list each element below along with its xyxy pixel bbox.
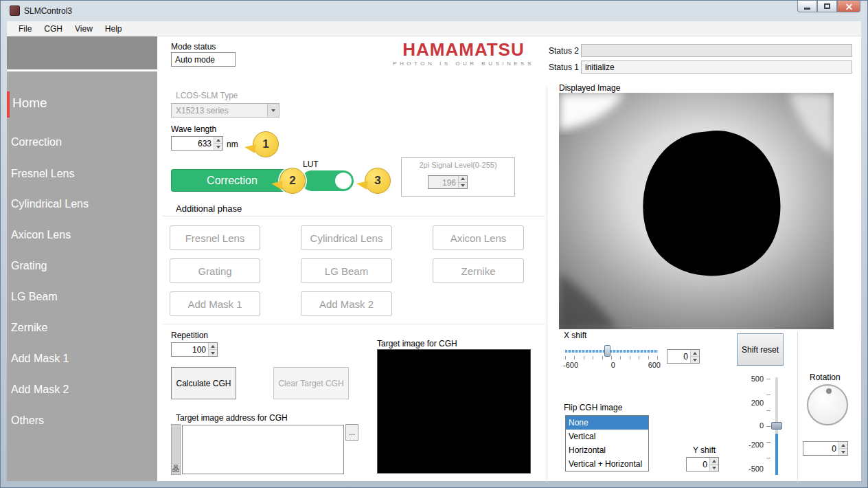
- target-image-label: Target image for CGH: [377, 339, 457, 348]
- address-tool-strip[interactable]: [171, 424, 181, 475]
- lcos-slm-type-value: X15213 series: [172, 104, 267, 117]
- menu-help[interactable]: Help: [99, 21, 128, 36]
- rotation-knob-indicator: [826, 388, 832, 394]
- lut-label: LUT: [303, 159, 319, 169]
- toggle-knob: [335, 173, 352, 189]
- wavelength-up-button[interactable]: [214, 137, 222, 143]
- lg-beam-button[interactable]: LG Beam: [301, 258, 392, 283]
- lut-toggle[interactable]: [301, 170, 354, 191]
- menu-view[interactable]: View: [69, 21, 99, 36]
- wavelength-unit-label: nm: [227, 140, 238, 149]
- signal-level-value: 196: [429, 176, 458, 188]
- wavelength-spinner[interactable]: 633: [171, 136, 223, 151]
- sidebar-item-others[interactable]: Others: [11, 414, 44, 427]
- flip-option-horizontal[interactable]: Horizontal: [566, 443, 648, 457]
- target-address-input[interactable]: [182, 425, 344, 474]
- rotation-input[interactable]: 0: [803, 442, 838, 455]
- up-arrow-icon: [461, 177, 465, 180]
- cylindrical-lens-button[interactable]: Cylindrical Lens: [301, 225, 392, 250]
- down-arrow-icon: [461, 184, 465, 187]
- down-arrow-icon: [211, 352, 215, 355]
- x-shift-input[interactable]: 0: [667, 350, 690, 363]
- up-arrow-icon: [712, 460, 716, 463]
- menu-file[interactable]: File: [12, 21, 38, 36]
- zernike-button[interactable]: Zernike: [433, 258, 524, 283]
- minimize-button[interactable]: [797, 1, 817, 12]
- maximize-button[interactable]: [817, 1, 837, 12]
- lcos-slm-type-label: LCOS-SLM Type: [176, 91, 238, 100]
- y-shift-spinner[interactable]: 0: [686, 457, 719, 472]
- menu-cgh[interactable]: CGH: [38, 21, 69, 36]
- x-shift-spinner[interactable]: 0: [667, 349, 700, 364]
- rotation-spinner[interactable]: 0: [803, 441, 848, 456]
- sidebar-item-zernike[interactable]: Zernike: [11, 322, 47, 334]
- x-shift-label: X shift: [564, 331, 586, 340]
- y-shift-label: Y shift: [693, 445, 716, 455]
- grating-button[interactable]: Grating: [170, 258, 260, 283]
- rotation-up-button[interactable]: [839, 442, 847, 448]
- dropdown-button[interactable]: [267, 104, 279, 117]
- y-scale-neg200: -200: [743, 441, 764, 449]
- add-mask-2-button[interactable]: Add Mask 2: [301, 291, 392, 316]
- status1-field: initialize: [581, 60, 852, 74]
- minimize-icon: [804, 8, 810, 10]
- x-shift-slider[interactable]: [565, 350, 658, 353]
- up-arrow-icon: [841, 444, 845, 447]
- rotation-knob[interactable]: [807, 384, 848, 425]
- close-button[interactable]: [837, 1, 860, 12]
- axicon-lens-button[interactable]: Axicon Lens: [433, 225, 524, 250]
- sidebar-item-axicon-lens[interactable]: Axicon Lens: [11, 229, 71, 241]
- title-bar[interactable]: SLMControl3: [1, 1, 867, 21]
- y-shift-slider-fill: [775, 434, 778, 475]
- repetition-spinner[interactable]: 100: [171, 342, 218, 357]
- x-shift-ticks: [565, 356, 659, 359]
- calculate-cgh-button[interactable]: Calculate CGH: [171, 367, 236, 399]
- rotation-down-button[interactable]: [839, 448, 847, 455]
- x-shift-up-button[interactable]: [691, 350, 699, 356]
- divider: [163, 216, 545, 217]
- divider: [163, 324, 545, 324]
- fresnel-lens-button[interactable]: Fresnel Lens: [170, 225, 260, 250]
- browse-button[interactable]: ...: [345, 424, 358, 441]
- sidebar-item-correction[interactable]: Correction: [11, 136, 62, 148]
- mode-status-label: Mode status: [171, 42, 216, 52]
- target-address-label: Target image address for CGH: [176, 413, 288, 423]
- signal-level-label: 2pi Signal Level(0-255): [402, 161, 514, 169]
- sidebar-item-cylindrical-lens[interactable]: Cylindrical Lens: [11, 198, 89, 210]
- repetition-input[interactable]: 100: [172, 343, 208, 356]
- y-shift-input[interactable]: 0: [687, 458, 709, 471]
- down-arrow-icon: [216, 146, 220, 148]
- flip-option-vertical-horizontal[interactable]: Vertical + Horizontal: [566, 457, 648, 471]
- status2-label: Status 2: [549, 46, 579, 56]
- status1-label: Status 1: [549, 63, 579, 72]
- displayed-image: [559, 93, 834, 329]
- sidebar-item-grating[interactable]: Grating: [11, 260, 47, 272]
- repetition-up-button[interactable]: [209, 343, 217, 349]
- flip-option-vertical[interactable]: Vertical: [566, 430, 648, 443]
- sidebar-item-fresnel-lens[interactable]: Fresnel Lens: [11, 168, 75, 180]
- x-scale-mid: 0: [611, 361, 615, 369]
- sidebar-item-add-mask-2[interactable]: Add Mask 2: [11, 384, 69, 396]
- sidebar-item-lg-beam[interactable]: LG Beam: [11, 291, 58, 303]
- y-shift-up-button[interactable]: [710, 458, 718, 464]
- x-shift-scale: -600 0 600: [563, 361, 661, 369]
- add-mask-1-button[interactable]: Add Mask 1: [170, 291, 260, 316]
- shift-reset-button[interactable]: Shift reset: [737, 333, 784, 366]
- y-shift-slider-thumb[interactable]: [771, 422, 782, 430]
- flip-option-none[interactable]: None: [566, 416, 648, 430]
- y-shift-down-button[interactable]: [710, 464, 718, 471]
- app-body: Home Correction Fresnel Lens Cylindrical…: [7, 36, 861, 481]
- sidebar-item-add-mask-1[interactable]: Add Mask 1: [11, 353, 69, 365]
- sidebar-item-home[interactable]: Home: [12, 96, 47, 111]
- wavelength-input[interactable]: 633: [172, 137, 214, 150]
- y-scale-500: 500: [743, 375, 764, 383]
- x-shift-slider-thumb[interactable]: [604, 345, 610, 357]
- wavelength-down-button[interactable]: [214, 143, 222, 150]
- x-shift-down-button[interactable]: [691, 356, 699, 363]
- lcos-slm-type-dropdown[interactable]: X15213 series: [171, 103, 279, 118]
- signal-level-up-button: [459, 176, 467, 182]
- repetition-down-button[interactable]: [209, 349, 217, 356]
- flip-cgh-listbox[interactable]: None Vertical Horizontal Vertical + Hori…: [565, 415, 649, 472]
- logo-text: HAMAMATSU: [378, 41, 549, 58]
- y-scale-neg500: -500: [743, 465, 764, 473]
